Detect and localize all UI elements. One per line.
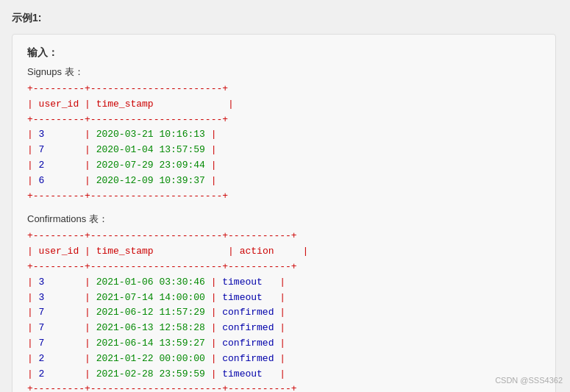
input-label: 输入： <box>27 46 541 60</box>
page-title: 示例1: <box>12 12 558 25</box>
signups-label: Signups 表： <box>27 65 541 79</box>
watermark: CSDN @SSS4362 <box>495 376 563 385</box>
confirmations-label: Confirmations 表： <box>27 213 541 226</box>
confirmations-table: +---------+-----------------------+-----… <box>27 229 541 392</box>
signups-table: +---------+-----------------------+ | us… <box>27 82 541 204</box>
content-box: 输入： Signups 表： +---------+--------------… <box>12 34 556 392</box>
